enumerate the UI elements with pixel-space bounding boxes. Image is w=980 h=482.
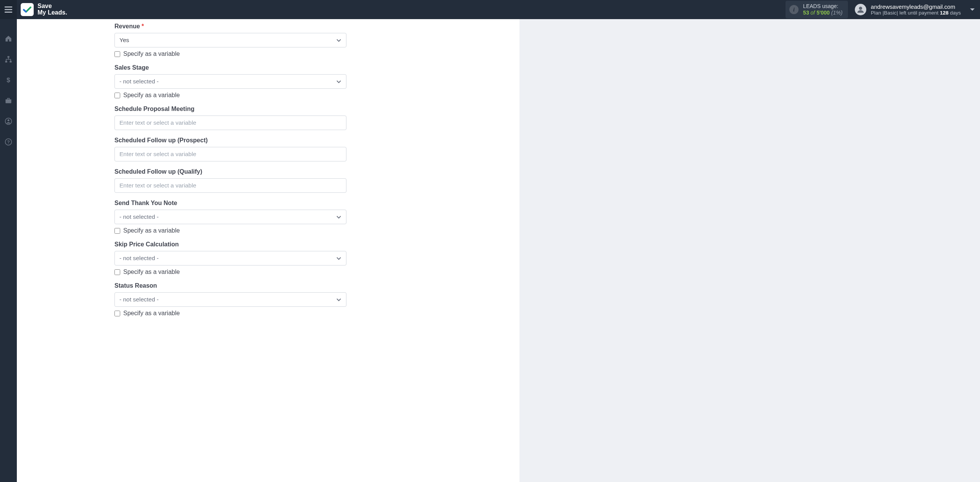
leads-usage-pill[interactable]: i LEADS usage: 53 of 5'000 (1%) — [786, 1, 848, 18]
select-thank-you-value: - not selected - — [119, 213, 336, 220]
label-thank-you: Send Thank You Note — [114, 200, 346, 207]
form-card: Revenue * Yes Specify as a variable Sale… — [17, 19, 519, 482]
svg-rect-6 — [10, 61, 11, 62]
field-schedule-proposal: Schedule Proposal Meeting Enter text or … — [114, 106, 346, 130]
svg-point-10 — [8, 119, 10, 121]
select-thank-you[interactable]: - not selected - — [114, 210, 346, 224]
usage-used: 53 — [803, 10, 809, 16]
field-thank-you: Send Thank You Note - not selected - Spe… — [114, 200, 346, 234]
hamburger-icon — [5, 7, 12, 13]
svg-point-3 — [859, 7, 862, 10]
brand-logo[interactable]: Save My Leads. — [17, 3, 67, 16]
svg-rect-0 — [5, 7, 12, 7]
label-followup-prospect: Scheduled Follow up (Prospect) — [114, 137, 346, 144]
variable-label-status-reason[interactable]: Specify as a variable — [123, 310, 180, 317]
info-icon: i — [789, 5, 799, 14]
home-icon — [5, 35, 12, 42]
field-sales-stage: Sales Stage - not selected - Specify as … — [114, 64, 346, 99]
variable-label-skip-price[interactable]: Specify as a variable — [123, 269, 180, 275]
label-revenue: Revenue * — [114, 23, 346, 30]
variable-checkbox-sales-stage[interactable] — [114, 93, 120, 98]
field-followup-qualify: Scheduled Follow up (Qualify) Enter text… — [114, 168, 346, 193]
brand-name: Save My Leads. — [38, 3, 67, 16]
label-sales-stage: Sales Stage — [114, 64, 346, 71]
svg-rect-5 — [5, 61, 7, 62]
select-status-reason-value: - not selected - — [119, 296, 336, 303]
sidebar-help[interactable]: ? — [0, 136, 17, 148]
avatar[interactable] — [855, 4, 866, 15]
svg-rect-1 — [5, 9, 12, 10]
variable-row-skip-price: Specify as a variable — [114, 269, 346, 275]
sidebar-billing[interactable]: $ — [0, 74, 17, 86]
variable-row-sales-stage: Specify as a variable — [114, 92, 346, 99]
sidebar-briefcase[interactable] — [0, 95, 17, 106]
chevron-down-icon — [336, 297, 341, 302]
form-column: Revenue * Yes Specify as a variable Sale… — [114, 23, 346, 317]
account-block: andrewsavemyleads@gmail.com Plan |Basic|… — [855, 3, 965, 16]
input-followup-qualify[interactable]: Enter text or select a variable — [114, 178, 346, 193]
dollar-icon: $ — [5, 76, 12, 84]
sidebar-home[interactable] — [0, 33, 17, 44]
variable-checkbox-skip-price[interactable] — [114, 269, 120, 275]
variable-checkbox-status-reason[interactable] — [114, 311, 120, 316]
variable-checkbox-revenue[interactable] — [114, 51, 120, 57]
usage-numbers: 53 of 5'000 (1%) — [803, 10, 843, 16]
variable-label-thank-you[interactable]: Specify as a variable — [123, 227, 180, 234]
sitemap-icon — [5, 55, 12, 63]
select-revenue[interactable]: Yes — [114, 33, 346, 47]
input-followup-prospect-placeholder: Enter text or select a variable — [119, 151, 196, 158]
top-bar: Save My Leads. i LEADS usage: 53 of 5'00… — [0, 0, 980, 19]
brand-line2: My Leads. — [38, 10, 67, 16]
variable-checkbox-thank-you[interactable] — [114, 228, 120, 234]
question-icon: ? — [5, 138, 12, 146]
field-status-reason: Status Reason - not selected - Specify a… — [114, 282, 346, 317]
briefcase-icon — [5, 97, 12, 104]
select-skip-price[interactable]: - not selected - — [114, 251, 346, 265]
label-schedule-proposal: Schedule Proposal Meeting — [114, 106, 346, 112]
svg-rect-8 — [6, 99, 11, 103]
label-followup-qualify: Scheduled Follow up (Qualify) — [114, 168, 346, 175]
input-followup-prospect[interactable]: Enter text or select a variable — [114, 147, 346, 161]
required-star: * — [142, 23, 144, 30]
svg-rect-4 — [8, 56, 10, 58]
sidebar-account[interactable] — [0, 116, 17, 127]
page-scroll[interactable]: Revenue * Yes Specify as a variable Sale… — [17, 19, 980, 482]
sidebar-connections[interactable] — [0, 54, 17, 65]
select-sales-stage[interactable]: - not selected - — [114, 74, 346, 89]
field-revenue: Revenue * Yes Specify as a variable — [114, 23, 346, 57]
select-sales-stage-value: - not selected - — [119, 78, 336, 85]
usage-label: LEADS usage: — [803, 3, 843, 10]
select-revenue-value: Yes — [119, 37, 336, 44]
account-plan: Plan |Basic| left until payment 128 days — [871, 10, 961, 16]
menu-toggle-button[interactable] — [0, 0, 17, 19]
svg-rect-2 — [5, 12, 12, 13]
brand-line1: Save — [38, 3, 67, 10]
select-skip-price-value: - not selected - — [119, 255, 336, 262]
variable-row-status-reason: Specify as a variable — [114, 310, 346, 317]
account-email: andrewsavemyleads@gmail.com — [871, 3, 961, 10]
field-followup-prospect: Scheduled Follow up (Prospect) Enter tex… — [114, 137, 346, 161]
input-schedule-proposal[interactable]: Enter text or select a variable — [114, 116, 346, 130]
account-menu-toggle[interactable] — [965, 8, 980, 11]
label-status-reason: Status Reason — [114, 282, 346, 289]
chevron-down-icon — [336, 214, 341, 220]
checkmark-icon — [23, 5, 32, 14]
input-schedule-proposal-placeholder: Enter text or select a variable — [119, 119, 196, 126]
chevron-down-icon — [336, 79, 341, 84]
chevron-down-icon — [970, 8, 975, 11]
field-skip-price: Skip Price Calculation - not selected - … — [114, 241, 346, 275]
sidebar: $ ? — [0, 19, 17, 482]
chevron-down-icon — [336, 37, 341, 43]
user-icon — [857, 6, 864, 13]
variable-label-sales-stage[interactable]: Specify as a variable — [123, 92, 180, 99]
svg-text:$: $ — [7, 77, 10, 84]
chevron-down-icon — [336, 256, 341, 261]
variable-row-revenue: Specify as a variable — [114, 50, 346, 57]
select-status-reason[interactable]: - not selected - — [114, 292, 346, 307]
logo-mark — [21, 3, 34, 16]
account-info: andrewsavemyleads@gmail.com Plan |Basic|… — [871, 3, 961, 16]
label-skip-price: Skip Price Calculation — [114, 241, 346, 248]
input-followup-qualify-placeholder: Enter text or select a variable — [119, 182, 196, 189]
user-circle-icon — [5, 117, 12, 125]
variable-label-revenue[interactable]: Specify as a variable — [123, 50, 180, 57]
